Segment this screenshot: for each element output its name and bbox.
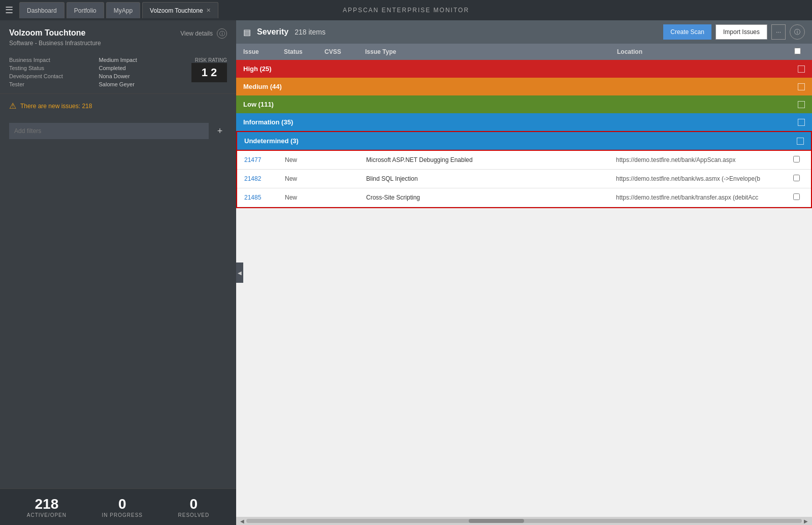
collapse-panel-arrow[interactable]: ◀ [236, 262, 243, 283]
col-header-location: Location [617, 48, 790, 55]
stat-active-number: 218 [27, 496, 67, 512]
stat-active-label: ACTIVE/OPEN [27, 512, 67, 518]
stat-resolved-label: RESOLVED [178, 512, 210, 518]
issue-checkbox-21482[interactable] [789, 175, 804, 183]
left-spacer [0, 144, 236, 488]
scrollbar-track[interactable] [246, 519, 802, 523]
panel-info-icon[interactable]: ⓘ [790, 24, 805, 40]
issue-row: 21482 New Blind SQL Injection https://de… [237, 170, 811, 188]
severity-undetermined-label: Undetermined (3) [244, 137, 797, 145]
severity-high-checkbox[interactable] [798, 65, 805, 73]
stat-in-progress: 0 IN PROGRESS [102, 496, 143, 518]
business-impact-label: Business Impact [9, 57, 94, 63]
app-subtitle: Software - Business Infrastructure [9, 40, 101, 47]
tab-portfolio[interactable]: Portfolio [67, 2, 104, 18]
scroll-left-arrow[interactable]: ◀ [238, 518, 246, 524]
severity-group-information[interactable]: Information (35) [236, 113, 812, 131]
import-issues-button[interactable]: Import Issues [716, 24, 767, 40]
warning-icon: ⚠ [9, 101, 16, 111]
add-filter-button[interactable]: + [213, 124, 227, 138]
top-bar: ☰ Dashboard Portfolio MyApp Volzoom Touc… [0, 0, 812, 20]
severity-high-label: High (25) [243, 65, 798, 73]
undetermined-header[interactable]: Undetermined (3) [237, 132, 811, 151]
severity-group-low[interactable]: Low (111) [236, 95, 812, 113]
col-header-cvss: CVSS [324, 48, 365, 55]
new-issues-banner: ⚠ There are new issues: 218 [0, 94, 236, 118]
issue-type-21477: Microsoft ASP.NET Debugging Enabled [366, 156, 616, 163]
severity-group-high[interactable]: High (25) [236, 60, 812, 78]
severity-low-checkbox[interactable] [798, 101, 805, 108]
issue-location-21482: https://demo.testfire.net/bank/ws.asmx (… [616, 175, 789, 182]
issue-row: 21477 New Microsoft ASP.NET Debugging En… [237, 151, 811, 170]
tab-dashboard[interactable]: Dashboard [19, 2, 64, 18]
info-grid: Business Impact Medium Impact Testing St… [9, 57, 183, 87]
issue-location-21477: https://demo.testfire.net/bank/AppScan.a… [616, 156, 789, 163]
severity-icon: ▤ [243, 27, 251, 37]
right-header: ▤ Severity 218 items Create Scan Import … [236, 20, 812, 44]
issue-id-21482[interactable]: 21482 [244, 175, 285, 182]
app-title: APPSCAN ENTERPRISE MONITOR [343, 7, 469, 14]
new-issues-text: There are new issues: 218 [20, 103, 92, 110]
severity-low-label: Low (111) [243, 101, 798, 108]
dev-contact-value: Nona Dower [99, 73, 184, 79]
issue-type-21482: Blind SQL Injection [366, 175, 616, 182]
hamburger-icon[interactable]: ☰ [5, 5, 13, 16]
scroll-right-arrow[interactable]: ▶ [802, 518, 810, 524]
filter-input[interactable] [9, 123, 209, 139]
bottom-stats: 218 ACTIVE/OPEN 0 IN PROGRESS 0 RESOLVED [0, 488, 236, 525]
tab-myapp[interactable]: MyApp [106, 2, 140, 18]
scrollbar-thumb[interactable] [469, 519, 524, 523]
issue-status-21477: New [285, 156, 326, 163]
main-content: Volzoom Touchtone Software - Business In… [0, 20, 812, 525]
issues-container: High (25) Medium (44) Low (111) Informat… [236, 60, 812, 517]
app-name: Volzoom Touchtone [9, 28, 86, 38]
tester-value: Salome Geyer [99, 81, 184, 87]
risk-rating-box: 1 2 [191, 63, 227, 82]
severity-group-undetermined: Undetermined (3) 21477 New Microsoft ASP… [236, 131, 812, 208]
col-header-status: Status [284, 48, 324, 55]
testing-status-value: Completed [99, 65, 184, 71]
issue-status-21482: New [285, 175, 326, 182]
app-info-section: Volzoom Touchtone Software - Business In… [0, 20, 236, 94]
left-panel: Volzoom Touchtone Software - Business In… [0, 20, 236, 525]
tab-volzoom[interactable]: Volzoom Touchtone ✕ [142, 2, 218, 18]
severity-info-label: Information (35) [243, 118, 798, 126]
header-actions: Create Scan Import Issues ··· ⓘ [663, 24, 805, 40]
stat-resolved-number: 0 [178, 496, 210, 512]
testing-status-label: Testing Status [9, 65, 94, 71]
issue-location-21485: https://demo.testfire.net/bank/transfer.… [616, 194, 789, 201]
severity-undetermined-checkbox[interactable] [797, 138, 804, 145]
business-impact-value: Medium Impact [99, 57, 184, 63]
stat-resolved: 0 RESOLVED [178, 496, 210, 518]
stat-progress-label: IN PROGRESS [102, 512, 143, 518]
column-headers: Issue Status CVSS Issue Type Location [236, 44, 812, 60]
filter-row: + [0, 118, 236, 144]
app-info-icon[interactable]: ⓘ [217, 28, 227, 39]
tester-label: Tester [9, 81, 94, 87]
right-panel: ▤ Severity 218 items Create Scan Import … [236, 20, 812, 525]
severity-group-medium[interactable]: Medium (44) [236, 78, 812, 95]
issue-status-21485: New [285, 194, 326, 201]
issue-checkbox-21485[interactable] [789, 193, 804, 202]
horizontal-scrollbar[interactable]: ◀ ▶ [236, 517, 812, 525]
issue-checkbox-21477[interactable] [789, 156, 804, 164]
issue-id-21477[interactable]: 21477 [244, 156, 285, 163]
severity-info-checkbox[interactable] [798, 119, 805, 126]
create-scan-button[interactable]: Create Scan [663, 24, 711, 40]
col-header-issue-type: Issue Type [365, 48, 617, 55]
dev-contact-label: Development Contact [9, 73, 94, 79]
issue-id-21485[interactable]: 21485 [244, 194, 285, 201]
issue-type-21485: Cross-Site Scripting [366, 194, 616, 201]
severity-medium-checkbox[interactable] [798, 83, 805, 90]
risk-rating-label: RISK RATING [195, 57, 227, 63]
stat-active-open: 218 ACTIVE/OPEN [27, 496, 67, 518]
tab-close-icon[interactable]: ✕ [206, 7, 211, 14]
severity-count: 218 items [295, 28, 326, 36]
col-header-issue: Issue [243, 48, 284, 55]
stat-progress-number: 0 [102, 496, 143, 512]
more-options-button[interactable]: ··· [771, 24, 786, 40]
select-all-checkbox[interactable] [794, 48, 801, 54]
severity-medium-label: Medium (44) [243, 83, 798, 90]
severity-title: Severity [257, 27, 288, 37]
view-details-link[interactable]: View details [180, 30, 213, 37]
